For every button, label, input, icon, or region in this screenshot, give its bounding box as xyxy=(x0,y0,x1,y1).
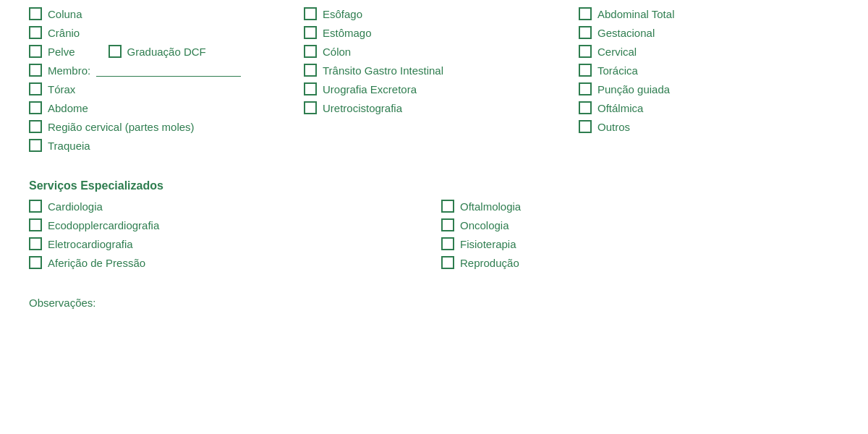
regiao-cervical-checkbox[interactable] xyxy=(29,120,42,133)
membro-label: Membro: xyxy=(48,64,90,77)
traqueia-label: Traqueia xyxy=(48,140,90,152)
colon-label: Cólon xyxy=(323,46,351,58)
outros-item: Outros xyxy=(579,120,839,133)
cranio-item: Crânio xyxy=(29,26,289,39)
uretrocisto-label: Uretrocistografia xyxy=(323,102,402,114)
traqueia-checkbox[interactable] xyxy=(29,139,42,152)
column-1: Coluna Crânio Pelve Graduação DCF Membro… xyxy=(29,7,289,158)
dcf-row: Graduação DCF xyxy=(109,45,206,58)
pelve-label: Pelve xyxy=(48,46,75,58)
estomago-label: Estômago xyxy=(323,27,372,39)
afericao-pressao-label: Aferição de Pressão xyxy=(48,257,145,269)
ecodoppler-item: Ecodopplercardiografia xyxy=(29,218,427,231)
abdome-label: Abdome xyxy=(48,102,88,114)
cardiologia-checkbox[interactable] xyxy=(29,200,42,213)
regiao-cervical-label: Região cervical (partes moles) xyxy=(48,121,195,133)
gestacional-item: Gestacional xyxy=(579,26,839,39)
membro-row: Membro: xyxy=(29,64,289,77)
column-2: Esôfago Estômago Cólon Trânsito Gastro I… xyxy=(304,7,564,158)
cervical-label: Cervical xyxy=(597,46,637,58)
abdome-checkbox[interactable] xyxy=(29,101,42,114)
oftalmica-label: Oftálmica xyxy=(597,102,643,114)
gestacional-checkbox[interactable] xyxy=(579,26,592,39)
eletrocardiografia-item: Eletrocardiografia xyxy=(29,237,427,250)
reproducao-item: Reprodução xyxy=(441,256,839,269)
reproducao-label: Reprodução xyxy=(460,257,519,269)
oftalmologia-item: Oftalmologia xyxy=(441,200,839,213)
pelve-checkbox[interactable] xyxy=(29,45,42,58)
ecodoppler-label: Ecodopplercardiografia xyxy=(48,219,159,231)
oncologia-label: Oncologia xyxy=(460,219,509,231)
transito-gi-checkbox[interactable] xyxy=(304,64,317,77)
eletrocardiografia-label: Eletrocardiografia xyxy=(48,238,133,250)
urografia-checkbox[interactable] xyxy=(304,82,317,95)
membro-checkbox[interactable] xyxy=(29,64,42,77)
oftalmologia-label: Oftalmologia xyxy=(460,200,521,213)
cranio-checkbox[interactable] xyxy=(29,26,42,39)
toracica-item: Torácica xyxy=(579,64,839,77)
urografia-item: Urografia Excretora xyxy=(304,82,564,95)
gestacional-label: Gestacional xyxy=(597,27,655,39)
abdome-item: Abdome xyxy=(29,101,289,114)
reproducao-checkbox[interactable] xyxy=(441,256,454,269)
coluna-label: Coluna xyxy=(48,8,82,20)
esofago-checkbox[interactable] xyxy=(304,7,317,20)
toracica-label: Torácica xyxy=(597,64,638,77)
oftalmica-checkbox[interactable] xyxy=(579,101,592,114)
urografia-label: Urografia Excretora xyxy=(323,83,417,95)
uretrocisto-item: Uretrocistografia xyxy=(304,101,564,114)
coluna-item: Coluna xyxy=(29,7,289,20)
oftalmica-item: Oftálmica xyxy=(579,101,839,114)
dcf-label: Graduação DCF xyxy=(127,46,206,58)
puncao-guiada-item: Punção guiada xyxy=(579,82,839,95)
estomago-item: Estômago xyxy=(304,26,564,39)
oncologia-checkbox[interactable] xyxy=(441,218,454,231)
outros-label: Outros xyxy=(597,121,630,133)
fisioterapia-checkbox[interactable] xyxy=(441,237,454,250)
cardiologia-label: Cardiologia xyxy=(48,200,103,213)
transito-gi-item: Trânsito Gastro Intestinal xyxy=(304,64,564,77)
torax-item: Tórax xyxy=(29,82,289,95)
torax-label: Tórax xyxy=(48,83,75,95)
uretrocisto-checkbox[interactable] xyxy=(304,101,317,114)
toracica-checkbox[interactable] xyxy=(579,64,592,77)
abdominal-total-label: Abdominal Total xyxy=(597,8,674,20)
membro-input[interactable] xyxy=(96,64,241,77)
afericao-pressao-checkbox[interactable] xyxy=(29,256,42,269)
services-title: Serviços Especializados xyxy=(29,179,839,192)
oftalmologia-checkbox[interactable] xyxy=(441,200,454,213)
afericao-pressao-item: Aferição de Pressão xyxy=(29,256,427,269)
puncao-guiada-checkbox[interactable] xyxy=(579,82,592,95)
fisioterapia-item: Fisioterapia xyxy=(441,237,839,250)
observacoes-label: Observações: xyxy=(29,297,96,309)
column-3: Abdominal Total Gestacional Cervical Tor… xyxy=(579,7,839,158)
cardiologia-item: Cardiologia xyxy=(29,200,427,213)
torax-checkbox[interactable] xyxy=(29,82,42,95)
esofago-item: Esôfago xyxy=(304,7,564,20)
ecodoppler-checkbox[interactable] xyxy=(29,218,42,231)
observacoes-section: Observações: xyxy=(29,297,839,309)
abdominal-total-checkbox[interactable] xyxy=(579,7,592,20)
services-grid: Cardiologia Ecodopplercardiografia Eletr… xyxy=(29,200,839,275)
pelve-dcf-row: Pelve Graduação DCF xyxy=(29,45,289,58)
dcf-checkbox[interactable] xyxy=(109,45,122,58)
colon-item: Cólon xyxy=(304,45,564,58)
coluna-checkbox[interactable] xyxy=(29,7,42,20)
main-grid: Coluna Crânio Pelve Graduação DCF Membro… xyxy=(29,7,839,158)
puncao-guiada-label: Punção guiada xyxy=(597,83,670,95)
services-col-2: Oftalmologia Oncologia Fisioterapia Repr… xyxy=(441,200,839,275)
esofago-label: Esôfago xyxy=(323,8,362,20)
regiao-cervical-item: Região cervical (partes moles) xyxy=(29,120,289,133)
services-col-1: Cardiologia Ecodopplercardiografia Eletr… xyxy=(29,200,427,275)
cervical-item: Cervical xyxy=(579,45,839,58)
cervical-checkbox[interactable] xyxy=(579,45,592,58)
eletrocardiografia-checkbox[interactable] xyxy=(29,237,42,250)
oncologia-item: Oncologia xyxy=(441,218,839,231)
transito-gi-label: Trânsito Gastro Intestinal xyxy=(323,64,443,77)
outros-checkbox[interactable] xyxy=(579,120,592,133)
colon-checkbox[interactable] xyxy=(304,45,317,58)
abdominal-total-item: Abdominal Total xyxy=(579,7,839,20)
estomago-checkbox[interactable] xyxy=(304,26,317,39)
services-section: Serviços Especializados Cardiologia Ecod… xyxy=(29,179,839,275)
cranio-label: Crânio xyxy=(48,27,80,39)
